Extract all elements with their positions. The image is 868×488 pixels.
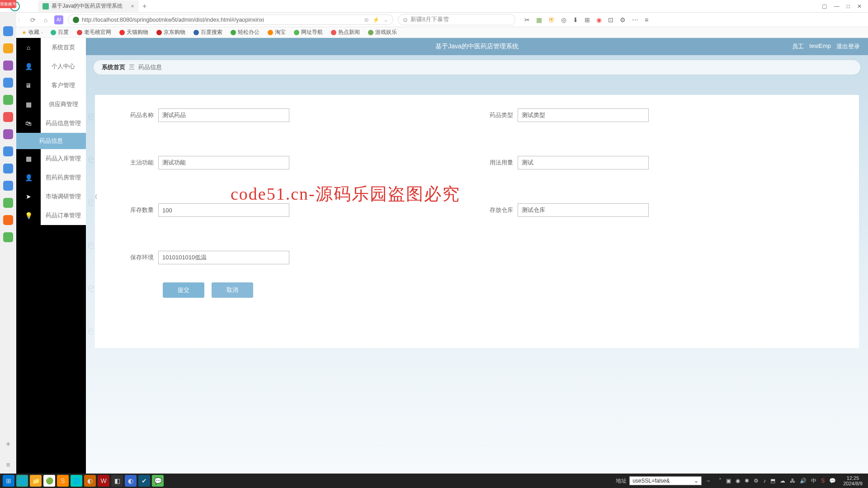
url-bar[interactable]: http://localhost:8080/springbootmkw5t/ad…	[68, 14, 393, 25]
cut-icon[interactable]: ✂	[524, 16, 530, 23]
cancel-button[interactable]: 取消	[212, 282, 253, 298]
puzzle-icon[interactable]: ⊡	[608, 16, 613, 23]
input-function[interactable]	[158, 156, 289, 169]
taskbar-app-icon[interactable]: ◐	[125, 475, 137, 487]
translate-icon[interactable]: ⊕	[364, 16, 369, 23]
apps-icon[interactable]: ⊞	[585, 16, 590, 23]
reload-button[interactable]: ⟳	[29, 16, 37, 24]
tray-icon[interactable]: 🖧	[790, 478, 795, 484]
os-app-icon[interactable]	[3, 95, 13, 105]
sidebar-item-orders[interactable]: 💡 药品订单管理	[16, 206, 86, 225]
win-square-icon[interactable]: ▢	[822, 3, 827, 9]
settings-gear-icon[interactable]: ⚙	[620, 16, 626, 23]
browser-search[interactable]: ⊙ 新疆8月下暴雪	[398, 14, 515, 25]
close-window-icon[interactable]: ✕	[857, 3, 862, 9]
bookmark-item[interactable]: 百度	[51, 28, 69, 36]
sidebar-item-survey[interactable]: ➤ 市场调研管理	[16, 187, 86, 206]
input-medicine-type[interactable]	[518, 108, 649, 122]
new-tab-button[interactable]: +	[139, 2, 150, 10]
forward-button[interactable]: 〉	[16, 16, 24, 24]
input-warehouse[interactable]	[518, 203, 649, 217]
tray-up-icon[interactable]: ˄	[719, 478, 722, 484]
tray-icon[interactable]: ◉	[736, 478, 740, 484]
taskbar-app-icon[interactable]: W	[98, 475, 109, 487]
maximize-icon[interactable]: □	[847, 3, 850, 9]
ai-icon[interactable]: AI	[54, 15, 63, 24]
taskbar-app-icon[interactable]: ◐	[84, 475, 96, 487]
security-shield-icon[interactable]: ⛨	[548, 16, 555, 23]
bookmark-item[interactable]: 淘宝	[268, 28, 286, 36]
input-usage[interactable]	[518, 156, 649, 169]
go-button[interactable]: →	[705, 478, 711, 484]
more-icon[interactable]: ⋯	[632, 16, 638, 23]
os-app-icon[interactable]	[3, 146, 13, 156]
browser-tab[interactable]: 基于Java的中医药店管理系统 ×	[38, 0, 139, 12]
bookmark-item[interactable]: 老毛桃官网	[77, 28, 111, 36]
download-icon[interactable]: ⬇	[573, 16, 578, 23]
bookmark-item[interactable]: 京东购物	[156, 28, 185, 36]
tray-icon[interactable]: ☁	[780, 478, 785, 484]
bookmark-item[interactable]: 轻松办公	[231, 28, 259, 36]
sidebar-item-customers[interactable]: 🖥 客户管理	[16, 76, 86, 95]
sidebar-item-stock-in[interactable]: ▦ 药品入库管理	[16, 149, 86, 168]
bookmark-item[interactable]: 天猫购物	[119, 28, 148, 36]
lightning-icon[interactable]: ⚡	[373, 16, 380, 23]
bookmark-item[interactable]: 网址导航	[294, 28, 323, 36]
taskbar-app-icon[interactable]: ◧	[111, 475, 123, 487]
os-app-icon[interactable]	[3, 129, 13, 139]
submit-button[interactable]: 提交	[163, 282, 204, 298]
bookmark-item[interactable]: 百度搜索	[193, 28, 222, 36]
taskbar-app-icon[interactable]: 🌐	[71, 475, 82, 487]
os-app-icon[interactable]	[3, 181, 13, 191]
taskbar-app-icon[interactable]: S	[57, 475, 69, 487]
sidebar-sub-medicine-info[interactable]: 药品信息	[16, 133, 86, 149]
sidebar-add-button[interactable]: +	[6, 440, 11, 449]
input-stock[interactable]	[158, 203, 289, 217]
input-medicine-name[interactable]	[158, 108, 289, 122]
os-app-icon[interactable]	[3, 164, 13, 174]
collapse-handle-icon[interactable]: ⟨	[95, 193, 100, 199]
tray-icon[interactable]: ✱	[745, 478, 749, 484]
favorites-label[interactable]: ★收藏 ·	[22, 28, 42, 36]
input-environment[interactable]	[158, 251, 289, 264]
chevron-down-icon[interactable]: ⌄	[383, 16, 388, 23]
start-button[interactable]: ⊞	[3, 475, 14, 487]
sidebar-item-profile[interactable]: 👤 个人中心	[16, 57, 86, 76]
tray-icon[interactable]: ⚙	[754, 478, 759, 484]
minimize-icon[interactable]: —	[834, 3, 840, 9]
bookmark-item[interactable]: 热点新闻	[331, 28, 360, 36]
os-app-icon[interactable]	[3, 198, 13, 208]
ime-icon[interactable]: 中	[811, 477, 816, 485]
chrome-icon[interactable]: ◉	[596, 16, 602, 23]
os-app-icon[interactable]	[3, 215, 13, 225]
address-field[interactable]: useSSL=false& ⌄	[629, 476, 702, 485]
tray-icon[interactable]: S	[821, 478, 825, 484]
tray-icon[interactable]: ▣	[726, 478, 731, 484]
menu-icon[interactable]: ≡	[645, 16, 648, 23]
sidebar-item-medicine-info[interactable]: 🛍 药品信息管理	[16, 114, 86, 133]
os-app-icon[interactable]	[3, 232, 13, 242]
os-app-icon[interactable]	[3, 112, 13, 122]
sidebar-item-pharmacy[interactable]: 👤 煎药药房管理	[16, 168, 86, 187]
tray-icon[interactable]: ♪	[763, 478, 766, 484]
tray-icon[interactable]: 🔊	[800, 478, 807, 484]
extension-icon[interactable]: ▦	[536, 16, 542, 23]
target-icon[interactable]: ◎	[561, 16, 566, 23]
close-tab-icon[interactable]: ×	[131, 3, 134, 9]
taskbar-app-icon[interactable]: 🌐	[16, 475, 28, 487]
breadcrumb-home[interactable]: 系统首页	[102, 63, 125, 71]
os-app-icon[interactable]	[3, 61, 13, 70]
notification-icon[interactable]: 💬	[829, 478, 836, 484]
sidebar-item-suppliers[interactable]: ▦ 供应商管理	[16, 95, 86, 114]
sidebar-menu-button[interactable]: ≡	[6, 461, 10, 469]
os-app-icon[interactable]	[3, 26, 13, 36]
taskbar-app-icon[interactable]: ✔	[138, 475, 150, 487]
os-app-icon[interactable]	[3, 78, 13, 88]
taskbar-app-icon[interactable]: 🟢	[43, 475, 55, 487]
taskbar-app-icon[interactable]: 💬	[152, 475, 164, 487]
sidebar-item-home[interactable]: ⌂ 系统首页	[16, 38, 86, 57]
bookmark-item[interactable]: 游戏娱乐	[368, 28, 397, 36]
tray-icon[interactable]: ⬒	[770, 478, 775, 484]
taskbar-app-icon[interactable]: 📁	[30, 475, 42, 487]
home-button[interactable]: ⌂	[42, 16, 50, 24]
